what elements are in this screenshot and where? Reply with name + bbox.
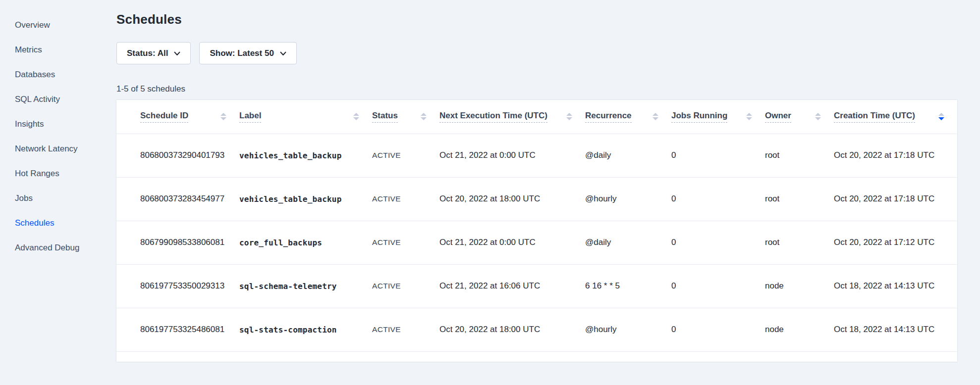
cell-creation-time: Oct 20, 2022 at 17:18 UTC <box>834 177 957 221</box>
table-row[interactable]: 806799098533806081 core_full_backups ACT… <box>116 221 957 264</box>
column-header-owner[interactable]: Owner <box>765 100 834 134</box>
sort-icon <box>815 113 821 120</box>
show-latest-dropdown[interactable]: Show: Latest 50 <box>199 42 296 64</box>
column-header-status[interactable]: Status <box>372 100 439 134</box>
cell-owner: root <box>765 134 834 177</box>
cell-next-execution: Oct 20, 2022 at 18:00 UTC <box>439 308 585 351</box>
sort-icon <box>566 113 572 120</box>
main-content: Schedules Status: All Show: Latest 50 1-… <box>116 0 980 385</box>
status-filter-dropdown[interactable]: Status: All <box>116 42 191 64</box>
show-latest-label: Show: Latest 50 <box>210 48 273 58</box>
cell-recurrence: @hourly <box>585 177 671 221</box>
column-header-label[interactable]: Label <box>239 100 372 134</box>
column-header-jobs-running[interactable]: Jobs Running <box>671 100 765 134</box>
table-row[interactable]: 806197753350029313 sql-schema-telemetry … <box>116 264 957 308</box>
cell-recurrence: @hourly <box>585 308 671 351</box>
column-label: Creation Time (UTC) <box>834 111 915 123</box>
schedules-table: Schedule ID Label Status Next Execution … <box>116 100 957 352</box>
sort-desc-icon <box>938 113 944 120</box>
column-label: Jobs Running <box>671 111 727 123</box>
cell-owner: node <box>765 308 834 351</box>
sort-icon <box>220 113 226 120</box>
sidebar-item-jobs[interactable]: Jobs <box>15 186 116 211</box>
status-badge: ACTIVE <box>372 134 439 177</box>
column-label: Schedule ID <box>140 111 188 123</box>
chevron-down-icon <box>174 51 180 56</box>
cell-label: sql-stats-compaction <box>239 308 372 351</box>
cell-next-execution: Oct 21, 2022 at 16:06 UTC <box>439 264 585 308</box>
cell-next-execution: Oct 21, 2022 at 0:00 UTC <box>439 221 585 264</box>
cell-schedule-id: 806197753325486081 <box>116 308 239 351</box>
cell-creation-time: Oct 20, 2022 at 17:18 UTC <box>834 134 957 177</box>
cell-recurrence: @daily <box>585 221 671 264</box>
cell-schedule-id: 806800373290401793 <box>116 134 239 177</box>
status-filter-label: Status: All <box>127 48 168 58</box>
table-row[interactable]: 806197753325486081 sql-stats-compaction … <box>116 308 957 351</box>
status-badge: ACTIVE <box>372 221 439 264</box>
sidebar-item-metrics[interactable]: Metrics <box>15 38 116 62</box>
cell-label: vehicles_table_backup <box>239 177 372 221</box>
cell-creation-time: Oct 18, 2022 at 14:13 UTC <box>834 264 957 308</box>
sidebar-item-hot-ranges[interactable]: Hot Ranges <box>15 161 116 186</box>
sort-icon <box>421 113 427 120</box>
cell-recurrence: @daily <box>585 134 671 177</box>
cell-label: core_full_backups <box>239 221 372 264</box>
sidebar-item-sql-activity[interactable]: SQL Activity <box>15 87 116 112</box>
cell-next-execution: Oct 21, 2022 at 0:00 UTC <box>439 134 585 177</box>
cell-owner: root <box>765 221 834 264</box>
chevron-down-icon <box>280 51 286 56</box>
sidebar-item-overview[interactable]: Overview <box>15 13 116 38</box>
sidebar-item-network-latency[interactable]: Network Latency <box>15 137 116 161</box>
schedules-table-card: Schedule ID Label Status Next Execution … <box>116 100 957 362</box>
status-badge: ACTIVE <box>372 264 439 308</box>
sort-icon <box>353 113 359 120</box>
cell-jobs-running: 0 <box>671 308 765 351</box>
cell-recurrence: 6 16 * * 5 <box>585 264 671 308</box>
cell-schedule-id: 806197753350029313 <box>116 264 239 308</box>
filter-bar: Status: All Show: Latest 50 <box>116 42 957 64</box>
column-label: Next Execution Time (UTC) <box>439 111 547 123</box>
status-badge: ACTIVE <box>372 308 439 351</box>
sidebar: Overview Metrics Databases SQL Activity … <box>0 0 116 385</box>
cell-creation-time: Oct 18, 2022 at 14:13 UTC <box>834 308 957 351</box>
cell-owner: node <box>765 264 834 308</box>
cell-label: sql-schema-telemetry <box>239 264 372 308</box>
cell-jobs-running: 0 <box>671 264 765 308</box>
column-label: Status <box>372 111 398 123</box>
cell-schedule-id: 806800373283454977 <box>116 177 239 221</box>
column-label: Label <box>239 111 261 123</box>
cell-jobs-running: 0 <box>671 134 765 177</box>
sidebar-item-advanced-debug[interactable]: Advanced Debug <box>15 236 116 260</box>
cell-creation-time: Oct 20, 2022 at 17:12 UTC <box>834 221 957 264</box>
sort-icon <box>746 113 752 120</box>
results-count: 1-5 of 5 schedules <box>116 84 957 94</box>
cell-owner: root <box>765 177 834 221</box>
cell-label: vehicles_table_backup <box>239 134 372 177</box>
status-badge: ACTIVE <box>372 177 439 221</box>
cell-jobs-running: 0 <box>671 177 765 221</box>
sort-icon <box>653 113 658 120</box>
column-header-schedule-id[interactable]: Schedule ID <box>116 100 239 134</box>
table-row[interactable]: 806800373290401793 vehicles_table_backup… <box>116 134 957 177</box>
column-label: Recurrence <box>585 111 632 123</box>
column-label: Owner <box>765 111 791 123</box>
cell-schedule-id: 806799098533806081 <box>116 221 239 264</box>
column-header-recurrence[interactable]: Recurrence <box>585 100 671 134</box>
sidebar-item-databases[interactable]: Databases <box>15 62 116 87</box>
cell-jobs-running: 0 <box>671 221 765 264</box>
column-header-next-execution-time[interactable]: Next Execution Time (UTC) <box>439 100 585 134</box>
column-header-creation-time[interactable]: Creation Time (UTC) <box>834 100 957 134</box>
sidebar-item-schedules[interactable]: Schedules <box>15 211 116 236</box>
table-row[interactable]: 806800373283454977 vehicles_table_backup… <box>116 177 957 221</box>
sidebar-item-insights[interactable]: Insights <box>15 112 116 137</box>
table-header-row: Schedule ID Label Status Next Execution … <box>116 100 957 134</box>
page-title: Schedules <box>116 12 957 27</box>
cell-next-execution: Oct 20, 2022 at 18:00 UTC <box>439 177 585 221</box>
